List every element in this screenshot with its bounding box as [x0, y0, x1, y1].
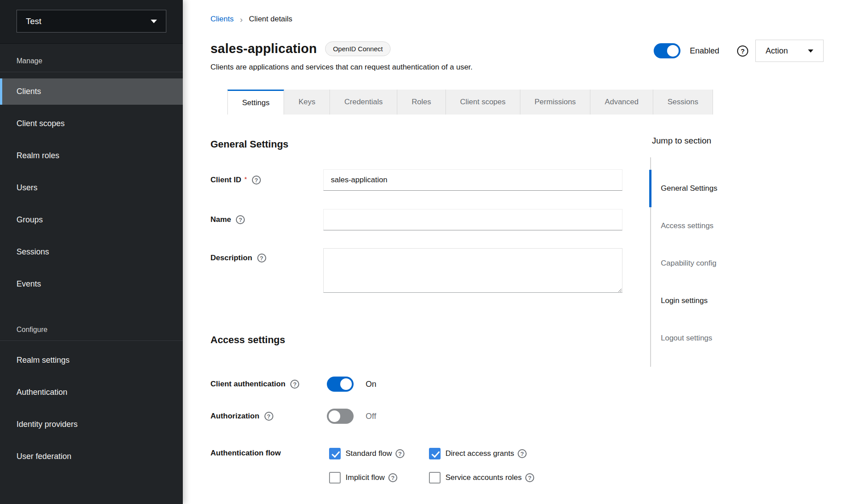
authorization-row: Authorization Off	[210, 409, 622, 424]
sidebar-item-identity-providers[interactable]: Identity providers	[0, 411, 183, 438]
tab-keys[interactable]: Keys	[284, 90, 330, 115]
name-label: Name	[210, 215, 231, 224]
nav-group-manage: Manage	[0, 57, 183, 65]
authentication-flow-row: Authentication flow Standard flow Direct…	[210, 448, 622, 459]
jump-to-section-list: General Settings Access settings Capabil…	[650, 157, 797, 367]
sidebar-item-clients[interactable]: Clients	[0, 78, 183, 105]
breadcrumb-separator-icon: ›	[240, 15, 243, 24]
client-id-row: Client ID *	[210, 169, 622, 191]
implicit-flow-checkbox[interactable]	[329, 472, 341, 484]
help-icon[interactable]	[257, 254, 266, 262]
tab-advanced[interactable]: Advanced	[590, 90, 653, 115]
realm-selector-dropdown[interactable]: Test	[16, 10, 166, 33]
nav-divider	[0, 340, 183, 341]
sidebar-item-sessions[interactable]: Sessions	[0, 239, 183, 265]
nav-divider	[0, 72, 183, 72]
service-accounts-roles-checkbox[interactable]	[429, 472, 441, 484]
required-asterisk: *	[244, 175, 247, 183]
direct-access-grants-option: Direct access grants	[429, 448, 527, 459]
client-id-label: Client ID	[210, 176, 241, 184]
jump-to-section-panel: Jump to section General Settings Access …	[650, 136, 797, 367]
general-settings-heading: General Settings	[210, 138, 622, 151]
chevron-down-icon	[808, 49, 813, 53]
tab-permissions[interactable]: Permissions	[520, 90, 591, 115]
help-icon[interactable]	[518, 449, 527, 458]
action-dropdown-button[interactable]: Action	[755, 40, 824, 62]
standard-flow-label: Standard flow	[346, 449, 392, 458]
sidebar-item-groups[interactable]: Groups	[0, 207, 183, 233]
sidebar-item-realm-settings[interactable]: Realm settings	[0, 347, 183, 373]
name-label-col: Name	[210, 215, 323, 224]
authentication-flow-label-col: Authentication flow	[210, 448, 323, 458]
standard-flow-checkbox[interactable]	[329, 448, 341, 459]
settings-body: General Settings Client ID * Name Des	[210, 115, 824, 484]
jump-to-section-heading: Jump to section	[650, 136, 797, 146]
help-icon[interactable]	[290, 380, 299, 389]
realm-name: Test	[26, 16, 151, 26]
client-id-input[interactable]	[323, 169, 622, 191]
jump-item-logout-settings[interactable]: Logout settings	[651, 320, 797, 357]
authorization-label-col: Authorization	[210, 412, 323, 421]
breadcrumb-clients-link[interactable]: Clients	[210, 15, 234, 24]
masthead: Test	[0, 0, 183, 44]
page-subtitle: Clients are applications and services th…	[210, 63, 824, 72]
help-icon[interactable]	[525, 473, 534, 482]
authentication-flow-options-row1: Standard flow Direct access grants	[323, 448, 527, 459]
help-icon[interactable]	[252, 176, 261, 184]
header-controls: Enabled Action	[654, 40, 824, 62]
authorization-label: Authorization	[210, 412, 260, 421]
tab-settings[interactable]: Settings	[227, 90, 284, 115]
client-authentication-label-col: Client authentication	[210, 380, 323, 389]
jump-item-login-settings[interactable]: Login settings	[651, 282, 797, 320]
access-settings-heading: Access settings	[210, 334, 622, 346]
tab-roles[interactable]: Roles	[397, 90, 445, 115]
client-authentication-toggle[interactable]	[327, 377, 354, 392]
help-icon[interactable]	[236, 215, 245, 224]
page-header: sales-application OpenID Connect Clients…	[210, 41, 824, 72]
client-authentication-row: Client authentication On	[210, 377, 622, 392]
service-accounts-roles-label: Service accounts roles	[445, 473, 522, 482]
direct-access-grants-checkbox[interactable]	[429, 448, 441, 459]
jump-item-capability-config[interactable]: Capability config	[651, 245, 797, 282]
enabled-label: Enabled	[690, 46, 719, 56]
name-input[interactable]	[323, 209, 622, 230]
description-label: Description	[210, 254, 252, 262]
client-id-label-col: Client ID *	[210, 176, 323, 184]
sidebar: Test Manage Clients Client scopes Realm …	[0, 0, 183, 504]
help-icon[interactable]	[264, 412, 273, 421]
help-icon[interactable]	[388, 473, 397, 482]
jump-item-general-settings[interactable]: General Settings	[651, 170, 797, 207]
authorization-toggle[interactable]	[327, 409, 354, 424]
service-accounts-roles-option: Service accounts roles	[429, 472, 534, 484]
toggle-knob	[340, 378, 352, 390]
authorization-toggle-cell: Off	[323, 409, 376, 424]
sidebar-item-events[interactable]: Events	[0, 271, 183, 297]
authentication-flow-label: Authentication flow	[210, 449, 281, 458]
breadcrumb-current: Client details	[249, 15, 292, 24]
name-row: Name	[210, 209, 622, 230]
nav-list-manage: Clients Client scopes Realm roles Users …	[0, 78, 183, 297]
sidebar-item-users[interactable]: Users	[0, 175, 183, 201]
page-title: sales-application	[210, 41, 317, 56]
authorization-state: Off	[366, 412, 376, 421]
protocol-badge: OpenID Connect	[325, 41, 391, 56]
direct-access-grants-label: Direct access grants	[445, 449, 514, 458]
help-icon[interactable]	[737, 45, 748, 57]
chevron-down-icon	[151, 20, 157, 23]
implicit-flow-label: Implicit flow	[346, 473, 385, 482]
enabled-toggle[interactable]	[654, 43, 680, 58]
sidebar-item-client-scopes[interactable]: Client scopes	[0, 111, 183, 137]
description-label-col: Description	[210, 248, 323, 262]
tab-client-scopes[interactable]: Client scopes	[446, 90, 520, 115]
jump-item-access-settings[interactable]: Access settings	[651, 207, 797, 245]
sidebar-item-user-federation[interactable]: User federation	[0, 443, 183, 470]
toggle-knob	[329, 410, 340, 422]
sidebar-item-realm-roles[interactable]: Realm roles	[0, 143, 183, 169]
help-icon[interactable]	[396, 449, 404, 458]
tab-sessions[interactable]: Sessions	[653, 90, 713, 115]
tab-credentials[interactable]: Credentials	[330, 90, 397, 115]
description-textarea[interactable]	[323, 248, 622, 293]
main-content: Clients › Client details sales-applicati…	[183, 0, 849, 484]
sidebar-item-authentication[interactable]: Authentication	[0, 379, 183, 406]
toggle-knob	[667, 45, 679, 57]
